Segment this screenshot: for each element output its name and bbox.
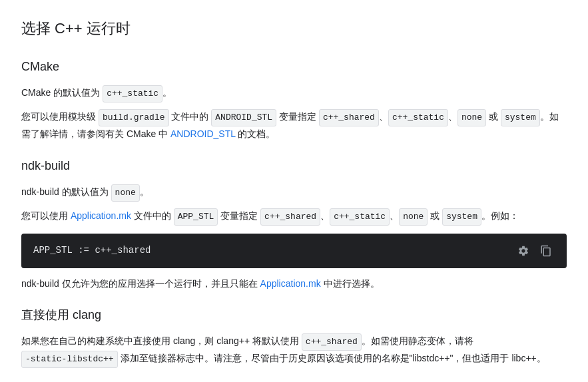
cpp-shared-code-2: c++_shared <box>260 208 320 226</box>
settings-button[interactable] <box>515 244 532 258</box>
ndk-build-heading: ndk-build <box>21 156 567 176</box>
cmake-section: CMake CMake 的默认值为 c++_static。 您可以使用模块级 b… <box>21 57 567 142</box>
cpp-static-code-1: c++_static <box>388 109 448 126</box>
cmake-default-paragraph: CMake 的默认值为 c++_static。 <box>21 85 567 102</box>
static-libstdcpp-code: -static-libstdc++ <box>21 351 118 368</box>
page-title: 选择 C++ 运行时 <box>21 16 567 41</box>
clang-section: 直接使用 clang 如果您在自己的构建系统中直接使用 clang，则 clan… <box>21 305 567 368</box>
ndk-build-section: ndk-build ndk-build 的默认值为 none。 您可以使用 Ap… <box>21 156 567 291</box>
system-code-2: system <box>442 208 481 226</box>
code-block-actions <box>515 244 555 258</box>
app-stl-code: APP_STL <box>174 208 218 226</box>
cpp-shared-code-1: c++_shared <box>319 109 379 126</box>
copy-button[interactable] <box>537 244 555 258</box>
application-mk-link-2[interactable]: Application.mk <box>260 278 321 289</box>
cmake-default-code: c++_static <box>103 85 162 102</box>
android-stl-link[interactable]: ANDROID_STL <box>170 128 236 139</box>
clang-description-paragraph: 如果您在自己的构建系统中直接使用 clang，则 clang++ 将默认使用 c… <box>21 333 567 368</box>
none-code-2: none <box>399 208 428 226</box>
cpp-static-code-2: c++_static <box>330 208 390 226</box>
cmake-heading: CMake <box>21 57 567 77</box>
build-gradle-code: build.gradle <box>99 109 169 126</box>
clang-heading: 直接使用 clang <box>21 305 567 325</box>
none-code-1: none <box>457 109 486 126</box>
ndk-after-code-paragraph: ndk-build 仅允许为您的应用选择一个运行时，并且只能在 Applicat… <box>21 276 567 292</box>
android-stl-code-1: ANDROID_STL <box>211 109 276 126</box>
ndk-variable-paragraph: 您可以使用 Application.mk 文件中的 APP_STL 变量指定 c… <box>21 208 567 226</box>
application-mk-link-1[interactable]: Application.mk <box>71 210 131 221</box>
code-block-text: APP_STL := c++_shared <box>33 243 150 259</box>
ndk-default-code: none <box>111 184 140 202</box>
cmake-variable-paragraph: 您可以使用模块级 build.gradle 文件中的 ANDROID_STL 变… <box>21 109 567 142</box>
system-code-1: system <box>501 109 540 126</box>
code-block: APP_STL := c++_shared <box>21 234 567 268</box>
ndk-default-paragraph: ndk-build 的默认值为 none。 <box>21 184 567 202</box>
cpp-shared-code-3: c++_shared <box>302 333 362 351</box>
